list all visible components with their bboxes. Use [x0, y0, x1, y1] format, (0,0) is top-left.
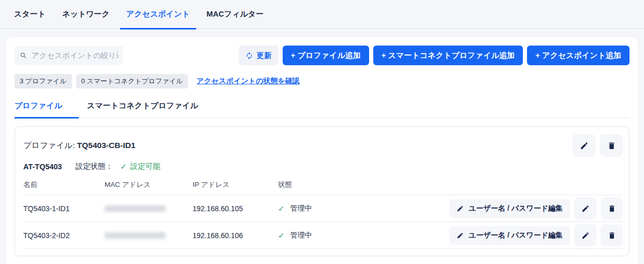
edit-credentials-label: ユーザー名 / パスワード編集 [469, 231, 563, 240]
col-name: 名前 [23, 180, 105, 189]
tab-mac-filter[interactable]: MACフィルター [200, 0, 270, 30]
tab-access-point[interactable]: アクセスポイント [120, 0, 196, 30]
edit-credentials-button[interactable]: ユーザー名 / パスワード編集 [449, 226, 570, 245]
profile-title-label: プロファイル: [23, 141, 75, 150]
config-state-value-wrap: ✓ 設定可能 [120, 162, 160, 171]
col-ip: IP アドレス [193, 180, 278, 189]
subtab-smart-connect-profile[interactable]: スマートコネクトプロファイル [87, 101, 215, 119]
ap-table-header: 名前 MAC アドレス IP アドレス 状態 [23, 174, 623, 195]
refresh-icon [245, 52, 253, 60]
check-icon: ✓ [120, 162, 127, 171]
delete-icon [607, 141, 616, 150]
table-row: TQ5403-1-ID1 192.168.60.105 ✓ 管理中 ユーザー名 … [23, 195, 623, 222]
add-access-point-button[interactable]: + アクセスポイント追加 [527, 46, 630, 65]
profile-status-line: AT-TQ5403 設定状態： ✓ 設定可能 [23, 162, 623, 171]
ap-name: TQ5403-1-ID1 [23, 204, 105, 213]
ap-status: ✓ 管理中 [278, 204, 449, 213]
delete-ap-button[interactable] [601, 197, 623, 219]
ap-status-label: 管理中 [290, 204, 312, 213]
profile-card-header: プロファイル: TQ5403-CB-ID1 [23, 134, 623, 157]
delete-icon [608, 204, 616, 213]
toolbar-buttons: 更新 + プロファイル追加 + スマートコネクトプロファイル追加 + アクセスポ… [239, 46, 630, 65]
edit-credentials-button[interactable]: ユーザー名 / パスワード編集 [449, 199, 570, 218]
table-row: TQ5403-2-ID2 192.168.60.106 ✓ 管理中 ユーザー名 … [23, 222, 623, 249]
device-model: AT-TQ5403 [23, 163, 62, 171]
edit-profile-button[interactable] [573, 134, 595, 157]
access-point-page: スタート ネットワーク アクセスポイント MACフィルター 更新 + プロファイ [0, 0, 644, 264]
add-profile-button[interactable]: + プロファイル追加 [283, 46, 369, 65]
delete-profile-button[interactable] [600, 134, 623, 157]
search-input[interactable] [32, 51, 118, 60]
profile-card: プロファイル: TQ5403-CB-ID1 [14, 126, 630, 256]
row-actions: ユーザー名 / パスワード編集 [449, 224, 623, 246]
delete-icon [608, 231, 616, 240]
row-actions: ユーザー名 / パスワード編集 [449, 197, 623, 219]
add-smart-connect-profile-button[interactable]: + スマートコネクトプロファイル追加 [373, 46, 523, 65]
smart-connect-count-badge: 0 スマートコネクトプロファイル [76, 74, 188, 89]
refresh-button[interactable]: 更新 [239, 46, 279, 65]
edit-icon [581, 231, 590, 240]
tab-network[interactable]: ネットワーク [56, 0, 116, 30]
tab-start[interactable]: スタート [8, 0, 52, 30]
ap-status-label: 管理中 [290, 231, 312, 240]
ap-name: TQ5403-2-ID2 [23, 231, 105, 240]
profile-card-actions [573, 134, 623, 157]
edit-icon [457, 232, 464, 239]
check-ap-status-link[interactable]: アクセスポイントの状態を確認 [196, 77, 299, 86]
content-panel: 更新 + プロファイル追加 + スマートコネクトプロファイル追加 + アクセスポ… [6, 37, 638, 264]
refresh-label: 更新 [257, 51, 272, 61]
profile-title-value: TQ5403-CB-ID1 [77, 141, 136, 150]
profile-card-title: プロファイル: TQ5403-CB-ID1 [23, 140, 136, 151]
check-icon: ✓ [278, 231, 285, 240]
sub-tab-bar: プロファイル スマートコネクトプロファイル [14, 101, 630, 118]
edit-icon [581, 204, 590, 213]
search-icon [20, 52, 27, 60]
col-status: 状態 [278, 180, 623, 189]
top-tab-bar: スタート ネットワーク アクセスポイント MACフィルター [0, 0, 644, 29]
config-state-value: 設定可能 [130, 162, 160, 171]
summary-row: 3 プロファイル 0 スマートコネクトプロファイル アクセスポイントの状態を確認 [14, 74, 630, 89]
ap-ip: 192.168.60.106 [193, 231, 278, 240]
edit-icon [580, 141, 589, 150]
ap-status: ✓ 管理中 [278, 231, 449, 240]
delete-ap-button[interactable] [601, 224, 623, 246]
search-box[interactable] [14, 46, 123, 65]
edit-icon [457, 205, 464, 212]
col-mac: MAC アドレス [105, 180, 193, 189]
profile-count-badge: 3 プロファイル [14, 74, 72, 89]
toolbar: 更新 + プロファイル追加 + スマートコネクトプロファイル追加 + アクセスポ… [14, 46, 630, 65]
mac-address-redacted [105, 232, 166, 239]
check-icon: ✓ [278, 204, 285, 213]
edit-credentials-label: ユーザー名 / パスワード編集 [469, 204, 563, 213]
edit-ap-button[interactable] [574, 197, 596, 219]
ap-ip: 192.168.60.105 [193, 204, 278, 213]
config-state-label: 設定状態： [76, 162, 113, 171]
mac-address-redacted [105, 206, 166, 212]
subtab-profile[interactable]: プロファイル [14, 101, 79, 119]
edit-ap-button[interactable] [574, 224, 596, 246]
